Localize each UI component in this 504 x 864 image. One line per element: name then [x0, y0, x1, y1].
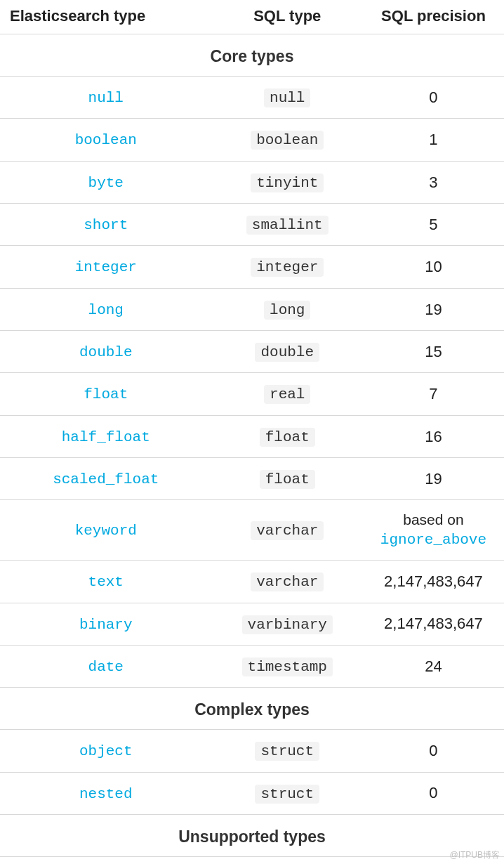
- table-row: double double 15: [0, 331, 504, 373]
- sql-type-literal: long: [264, 301, 310, 320]
- type-mapping-table: Elasticsearch type SQL type SQL precisio…: [0, 0, 504, 864]
- precision-link-ignore-above[interactable]: ignore_above: [369, 530, 498, 550]
- es-type-scaled-float[interactable]: scaled_float: [53, 471, 159, 487]
- sql-type-literal: real: [264, 385, 310, 404]
- table-row: binary varbinary 2,147,483,647: [0, 603, 504, 645]
- section-core-types: Core types: [0, 34, 504, 77]
- es-type-short[interactable]: short: [84, 217, 128, 233]
- precision-value: 19: [363, 288, 504, 330]
- es-type-float[interactable]: float: [84, 386, 128, 402]
- sql-type-literal: varchar: [251, 572, 324, 591]
- table-row: float real 7: [0, 373, 504, 415]
- table-row: object struct 0: [0, 730, 504, 772]
- sql-type-literal: struct: [255, 785, 319, 804]
- precision-prefix: based on: [403, 511, 463, 528]
- table-row: short smallint 5: [0, 204, 504, 246]
- es-type-boolean[interactable]: boolean: [75, 132, 137, 148]
- es-type-nested[interactable]: nested: [79, 786, 133, 802]
- precision-value: 0: [363, 772, 504, 814]
- precision-value: 2,147,483,647: [363, 603, 504, 645]
- es-type-binary[interactable]: binary: [79, 617, 133, 633]
- sql-type-literal: tinyint: [251, 174, 324, 192]
- precision-value: 3: [363, 161, 504, 203]
- es-type-double[interactable]: double: [79, 344, 133, 360]
- table-header-row: Elasticsearch type SQL type SQL precisio…: [0, 0, 504, 34]
- es-type-object[interactable]: object: [79, 743, 133, 759]
- precision-value: 0: [363, 77, 504, 119]
- sql-type-literal: null: [264, 89, 310, 107]
- precision-complex: based on ignore_above: [363, 500, 504, 561]
- table-row: integer integer 10: [0, 246, 504, 288]
- table-row: keyword varchar based on ignore_above: [0, 500, 504, 561]
- es-type-half-float[interactable]: half_float: [62, 429, 150, 445]
- section-unsupported-types: Unsupported types: [0, 814, 504, 856]
- sql-type-literal: timestamp: [242, 657, 333, 676]
- sql-type-literal: varchar: [251, 521, 324, 540]
- table-row: long long 19: [0, 288, 504, 330]
- section-label: Complex types: [0, 688, 504, 730]
- section-label: Core types: [0, 34, 504, 77]
- es-type-long[interactable]: long: [88, 302, 124, 318]
- watermark: @ITPUB博客: [449, 849, 500, 861]
- sql-type-literal: float: [260, 428, 315, 447]
- table-row: scaled_float float 19: [0, 458, 504, 500]
- sql-type-literal: double: [255, 343, 319, 362]
- th-sql-type: SQL type: [212, 0, 363, 34]
- precision-value: 5: [363, 204, 504, 246]
- precision-value: 7: [363, 373, 504, 415]
- sql-type-literal: boolean: [251, 131, 324, 150]
- sql-type-literal: float: [260, 470, 315, 489]
- precision-value: 0: [363, 730, 504, 772]
- table-row: text varchar 2,147,483,647: [0, 561, 504, 603]
- table-row: boolean boolean 1: [0, 119, 504, 161]
- precision-value: 1: [363, 119, 504, 161]
- es-type-integer[interactable]: integer: [75, 259, 137, 275]
- precision-value: 24: [363, 645, 504, 687]
- es-type-byte[interactable]: byte: [88, 175, 124, 191]
- table-row: byte tinyint 3: [0, 161, 504, 203]
- table-row: half_float float 16: [0, 415, 504, 457]
- es-type-null[interactable]: null: [88, 90, 124, 106]
- precision-value: 2,147,483,647: [363, 561, 504, 603]
- table-row: nested struct 0: [0, 772, 504, 814]
- table-row: date timestamp 24: [0, 645, 504, 687]
- precision-value: 16: [363, 415, 504, 457]
- precision-value: 10: [363, 246, 504, 288]
- th-es-type: Elasticsearch type: [0, 0, 212, 34]
- precision-value: 15: [363, 331, 504, 373]
- sql-type-literal: integer: [251, 258, 324, 277]
- sql-type-literal: varbinary: [242, 615, 333, 634]
- sql-type-literal: struct: [255, 742, 319, 761]
- section-label: Unsupported types: [0, 814, 504, 856]
- section-complex-types: Complex types: [0, 688, 504, 730]
- table-row: null null 0: [0, 77, 504, 119]
- es-type-date[interactable]: date: [88, 659, 124, 675]
- precision-value: 19: [363, 458, 504, 500]
- th-sql-precision: SQL precision: [363, 0, 504, 34]
- es-type-text[interactable]: text: [88, 574, 124, 590]
- es-type-keyword[interactable]: keyword: [75, 523, 137, 539]
- sql-type-literal: smallint: [246, 216, 329, 235]
- table-row: types not mentioned above unsupported 0: [0, 856, 504, 864]
